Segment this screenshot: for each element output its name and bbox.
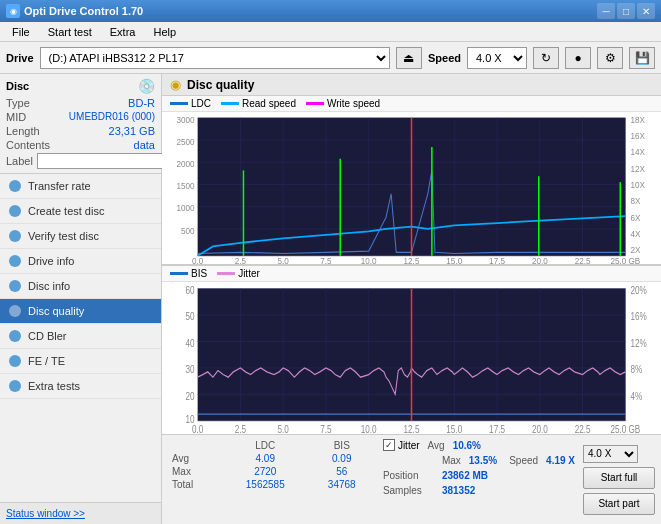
maximize-button[interactable]: □: [617, 3, 635, 19]
chart-icon: ◉: [170, 77, 181, 92]
jitter-label: Jitter: [238, 268, 260, 279]
chart-title: Disc quality: [187, 78, 254, 92]
svg-text:7.5: 7.5: [320, 423, 331, 434]
nav-disc-info[interactable]: Disc info: [0, 274, 161, 299]
extra-tests-icon: [8, 379, 22, 393]
write-speed-color: [306, 102, 324, 105]
total-bis: 34768: [309, 478, 375, 491]
main-layout: Disc 💿 Type BD-R MID UMEBDR016 (000) Len…: [0, 74, 661, 524]
svg-text:5.0: 5.0: [278, 255, 289, 264]
drive-bar: Drive (D:) ATAPI iHBS312 2 PL17 ⏏ Speed …: [0, 42, 661, 74]
legend-ldc: LDC: [170, 98, 211, 109]
samples-row: Samples 381352: [383, 485, 575, 496]
drive-speed-select[interactable]: 4.0 X: [467, 47, 527, 69]
jitter-max-row: Max 13.5% Speed 4.19 X: [383, 455, 575, 466]
jitter-row: ✓ Jitter Avg 10.6%: [383, 439, 575, 451]
nav-label-verify-test-disc: Verify test disc: [28, 230, 99, 242]
verify-test-disc-icon: [8, 229, 22, 243]
menu-file[interactable]: File: [4, 24, 38, 40]
title-bar-left: ◉ Opti Drive Control 1.70: [6, 4, 143, 18]
contents-label: Contents: [6, 139, 50, 151]
menu-help[interactable]: Help: [145, 24, 184, 40]
stats-speed-select[interactable]: 4.0 X: [583, 445, 638, 463]
svg-text:15.0: 15.0: [446, 255, 462, 264]
nav-verify-test-disc[interactable]: Verify test disc: [0, 224, 161, 249]
disc-quality-icon: [8, 304, 22, 318]
bis-label: BIS: [191, 268, 207, 279]
position-row: Position 23862 MB: [383, 470, 575, 481]
nav-extra-tests[interactable]: Extra tests: [0, 374, 161, 399]
label-input[interactable]: [37, 153, 170, 169]
start-part-button[interactable]: Start part: [583, 493, 655, 515]
status-window-button[interactable]: Status window >>: [6, 508, 85, 519]
svg-text:4%: 4%: [630, 390, 642, 402]
svg-text:10.0: 10.0: [361, 423, 377, 434]
close-button[interactable]: ✕: [637, 3, 655, 19]
samples-value: 381352: [442, 485, 475, 496]
nav-label-extra-tests: Extra tests: [28, 380, 80, 392]
nav-label-create-test-disc: Create test disc: [28, 205, 104, 217]
position-label: Position: [383, 470, 438, 481]
disc-section: Disc 💿 Type BD-R MID UMEBDR016 (000) Len…: [0, 74, 161, 174]
window-controls: ─ □ ✕: [597, 3, 655, 19]
nav-fe-te[interactable]: FE / TE: [0, 349, 161, 374]
charts-area: 3000 2500 2000 1500 1000 500 18X 16X 14X…: [162, 112, 661, 434]
jitter-avg: 10.6%: [453, 440, 481, 451]
save-button[interactable]: 💾: [629, 47, 655, 69]
left-panel: Disc 💿 Type BD-R MID UMEBDR016 (000) Len…: [0, 74, 162, 524]
position-value: 23862 MB: [442, 470, 488, 481]
right-panel: ◉ Disc quality LDC Read speed Write spee…: [162, 74, 661, 524]
mid-label: MID: [6, 111, 26, 123]
svg-text:2.5: 2.5: [235, 255, 246, 264]
settings-button[interactable]: ⚙: [597, 47, 623, 69]
action-buttons: 4.0 X Start full Start part: [583, 439, 655, 520]
nav-transfer-rate[interactable]: Transfer rate: [0, 174, 161, 199]
nav-cd-bler[interactable]: CD Bler: [0, 324, 161, 349]
record-button[interactable]: ●: [565, 47, 591, 69]
menu-start-test[interactable]: Start test: [40, 24, 100, 40]
create-test-disc-icon: [8, 204, 22, 218]
nav-label-fe-te: FE / TE: [28, 355, 65, 367]
ldc-color: [170, 102, 188, 105]
svg-text:25.0 GB: 25.0 GB: [610, 255, 640, 264]
svg-text:8%: 8%: [630, 363, 642, 375]
bottom-chart-svg: 60 50 40 30 20 10 20% 16% 12% 8% 4% 0.0 …: [162, 282, 661, 434]
length-value: 23,31 GB: [109, 125, 155, 137]
disc-mid-row: MID UMEBDR016 (000): [6, 111, 155, 123]
max-bis: 56: [309, 465, 375, 478]
nav-label-transfer-rate: Transfer rate: [28, 180, 91, 192]
type-label: Type: [6, 97, 30, 109]
svg-text:6X: 6X: [630, 212, 640, 223]
start-full-button[interactable]: Start full: [583, 467, 655, 489]
top-legend: LDC Read speed Write speed: [162, 96, 661, 112]
length-label: Length: [6, 125, 40, 137]
app-icon: ◉: [6, 4, 20, 18]
top-chart: 3000 2500 2000 1500 1000 500 18X 16X 14X…: [162, 112, 661, 265]
bottom-chart: 60 50 40 30 20 10 20% 16% 12% 8% 4% 0.0 …: [162, 282, 661, 434]
app-title: Opti Drive Control 1.70: [24, 5, 143, 17]
read-speed-label: Read speed: [242, 98, 296, 109]
avg-bis: 0.09: [309, 452, 375, 465]
nav-disc-quality[interactable]: Disc quality: [0, 299, 161, 324]
minimize-button[interactable]: ─: [597, 3, 615, 19]
svg-text:20: 20: [186, 390, 195, 402]
nav-create-test-disc[interactable]: Create test disc: [0, 199, 161, 224]
nav-drive-info[interactable]: Drive info: [0, 249, 161, 274]
jitter-color: [217, 272, 235, 275]
refresh-button[interactable]: ↻: [533, 47, 559, 69]
jitter-checkbox[interactable]: ✓: [383, 439, 395, 451]
svg-text:16X: 16X: [630, 130, 645, 141]
eject-button[interactable]: ⏏: [396, 47, 422, 69]
read-speed-color: [221, 102, 239, 105]
menu-bar: File Start test Extra Help: [0, 22, 661, 42]
menu-extra[interactable]: Extra: [102, 24, 144, 40]
max-ldc: 2720: [222, 465, 309, 478]
nav-section: Transfer rate Create test disc Verify te…: [0, 174, 161, 502]
status-bar: Status window >>: [0, 502, 161, 524]
svg-text:500: 500: [181, 225, 195, 236]
title-bar: ◉ Opti Drive Control 1.70 ─ □ ✕: [0, 0, 661, 22]
svg-text:14X: 14X: [630, 147, 645, 158]
svg-text:1000: 1000: [176, 203, 194, 214]
drive-select[interactable]: (D:) ATAPI iHBS312 2 PL17: [40, 47, 390, 69]
svg-text:15.0: 15.0: [446, 423, 462, 434]
